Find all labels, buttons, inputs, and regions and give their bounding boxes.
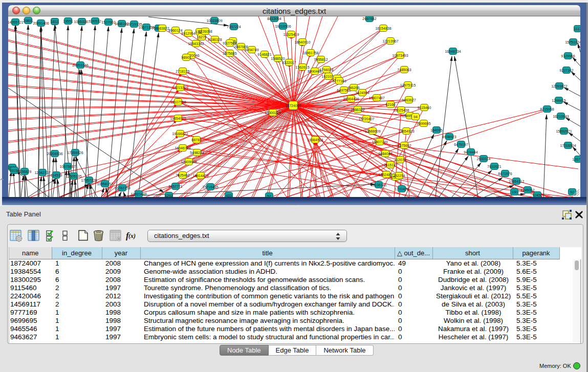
svg-text:3624554: 3624554 bbox=[355, 91, 369, 95]
svg-text:20891: 20891 bbox=[23, 19, 33, 23]
svg-text:2718176: 2718176 bbox=[176, 70, 189, 73]
svg-text:20364436: 20364436 bbox=[343, 97, 359, 101]
svg-text:7485063: 7485063 bbox=[397, 68, 411, 72]
svg-text:9329966: 9329966 bbox=[561, 54, 575, 58]
svg-text:9115460: 9115460 bbox=[418, 106, 431, 110]
svg-text:164095: 164095 bbox=[430, 128, 442, 132]
svg-text:12505135: 12505135 bbox=[66, 174, 81, 178]
svg-text:19166822: 19166822 bbox=[172, 132, 188, 136]
svg-text:746266: 746266 bbox=[347, 86, 359, 90]
svg-text:10653287: 10653287 bbox=[74, 20, 90, 24]
svg-text:8454749: 8454749 bbox=[245, 48, 258, 52]
svg-text:92450: 92450 bbox=[532, 193, 542, 197]
svg-text:(x): (x) bbox=[128, 232, 136, 239]
svg-text:8938923: 8938923 bbox=[442, 135, 456, 139]
svg-text:9884047: 9884047 bbox=[378, 152, 392, 156]
svg-text:2687682: 2687682 bbox=[362, 17, 376, 20]
svg-text:16275: 16275 bbox=[197, 35, 207, 39]
svg-text:17957275: 17957275 bbox=[81, 179, 97, 182]
svg-text:18640910: 18640910 bbox=[294, 40, 310, 44]
svg-text:12975115: 12975115 bbox=[400, 83, 416, 87]
svg-text:19654925: 19654925 bbox=[170, 117, 186, 120]
svg-text:19654923: 19654923 bbox=[398, 129, 414, 133]
svg-text:20206536: 20206536 bbox=[47, 152, 62, 156]
svg-text:1733426: 1733426 bbox=[395, 187, 408, 191]
svg-text:9375692: 9375692 bbox=[397, 144, 411, 147]
svg-text:106532: 106532 bbox=[89, 19, 101, 23]
svg-text:1811: 1811 bbox=[51, 20, 58, 24]
svg-text:6479197: 6479197 bbox=[454, 143, 468, 146]
svg-text:19551: 19551 bbox=[63, 19, 73, 23]
svg-text:126753: 126753 bbox=[572, 158, 580, 161]
svg-text:10958157: 10958157 bbox=[97, 182, 113, 186]
svg-text:10654112: 10654112 bbox=[509, 180, 525, 183]
svg-text:94: 94 bbox=[413, 115, 418, 119]
svg-text:12093872: 12093872 bbox=[551, 84, 567, 88]
svg-text:10688609: 10688609 bbox=[364, 129, 380, 133]
svg-text:20953346: 20953346 bbox=[72, 63, 88, 67]
svg-text:19218506: 19218506 bbox=[275, 25, 291, 28]
svg-text:18807249: 18807249 bbox=[372, 140, 387, 144]
svg-text:1463627: 1463627 bbox=[402, 98, 416, 102]
svg-text:15692971: 15692971 bbox=[556, 129, 572, 133]
svg-text:112074: 112074 bbox=[395, 158, 406, 162]
svg-text:1527602: 1527602 bbox=[101, 20, 115, 24]
svg-text:1156829: 1156829 bbox=[18, 170, 32, 173]
svg-text:9245052: 9245052 bbox=[520, 188, 534, 192]
svg-text:2933114: 2933114 bbox=[477, 157, 491, 161]
svg-text:7357224: 7357224 bbox=[227, 25, 241, 29]
svg-text:5498222: 5498222 bbox=[190, 151, 204, 155]
svg-text:16046788: 16046788 bbox=[175, 146, 190, 150]
svg-text:9777169: 9777169 bbox=[332, 79, 346, 83]
svg-text:7625402: 7625402 bbox=[176, 173, 189, 177]
svg-text:9457771: 9457771 bbox=[168, 185, 182, 188]
svg-text:1117: 1117 bbox=[574, 27, 580, 31]
svg-text:92: 92 bbox=[570, 190, 574, 194]
svg-text:16543342: 16543342 bbox=[188, 42, 204, 46]
svg-text:12213967: 12213967 bbox=[382, 39, 398, 43]
svg-text:9474444: 9474444 bbox=[464, 150, 477, 154]
svg-text:16914479: 16914479 bbox=[192, 174, 208, 178]
svg-text:88783: 88783 bbox=[191, 138, 202, 142]
svg-text:6794028: 6794028 bbox=[319, 68, 333, 72]
svg-text:10025438: 10025438 bbox=[393, 108, 409, 112]
svg-text:12342737: 12342737 bbox=[34, 171, 50, 174]
svg-text:16548734: 16548734 bbox=[445, 50, 461, 53]
svg-text:11325419: 11325419 bbox=[284, 33, 299, 36]
svg-text:17016504: 17016504 bbox=[560, 144, 576, 147]
svg-text:10033809: 10033809 bbox=[206, 19, 222, 23]
svg-text:18724007: 18724007 bbox=[285, 104, 301, 107]
svg-text:8912954: 8912954 bbox=[181, 32, 195, 35]
svg-text:9699695: 9699695 bbox=[417, 122, 430, 125]
svg-text:7986322: 7986322 bbox=[351, 108, 364, 112]
svg-text:10975887: 10975887 bbox=[59, 165, 75, 168]
svg-text:12409948: 12409948 bbox=[181, 160, 197, 164]
svg-text:15720407: 15720407 bbox=[358, 117, 374, 121]
svg-text:15716485: 15716485 bbox=[202, 185, 218, 189]
svg-text:100: 100 bbox=[511, 190, 517, 194]
svg-text:8322017: 8322017 bbox=[282, 61, 296, 64]
svg-text:8215958: 8215958 bbox=[540, 107, 554, 111]
svg-text:1588520: 1588520 bbox=[271, 57, 285, 60]
svg-text:10973493: 10973493 bbox=[392, 54, 408, 57]
svg-text:8226058: 8226058 bbox=[198, 30, 212, 33]
svg-text:62166: 62166 bbox=[385, 103, 396, 106]
svg-text:14055721: 14055721 bbox=[8, 20, 24, 24]
svg-text:7632621: 7632621 bbox=[487, 165, 501, 168]
svg-text:8186328: 8186328 bbox=[208, 38, 222, 41]
svg-text:1362615: 1362615 bbox=[295, 65, 309, 69]
svg-text:16107556: 16107556 bbox=[170, 100, 186, 104]
svg-text:114519: 114519 bbox=[51, 173, 62, 177]
svg-text:7663822: 7663822 bbox=[155, 27, 169, 30]
svg-text:252254: 252254 bbox=[393, 174, 405, 178]
svg-text:1615117: 1615117 bbox=[384, 163, 398, 167]
svg-text:3875685: 3875685 bbox=[223, 52, 236, 55]
svg-text:16210643: 16210643 bbox=[553, 115, 569, 118]
svg-text:16782759: 16782759 bbox=[114, 186, 130, 190]
svg-text:12213369: 12213369 bbox=[172, 86, 188, 90]
svg-text:16154838: 16154838 bbox=[375, 27, 391, 30]
svg-text:12923448: 12923448 bbox=[130, 192, 146, 196]
svg-text:17359926: 17359926 bbox=[67, 151, 83, 155]
svg-text:98901: 98901 bbox=[181, 56, 191, 59]
svg-text:19384554: 19384554 bbox=[307, 138, 323, 142]
